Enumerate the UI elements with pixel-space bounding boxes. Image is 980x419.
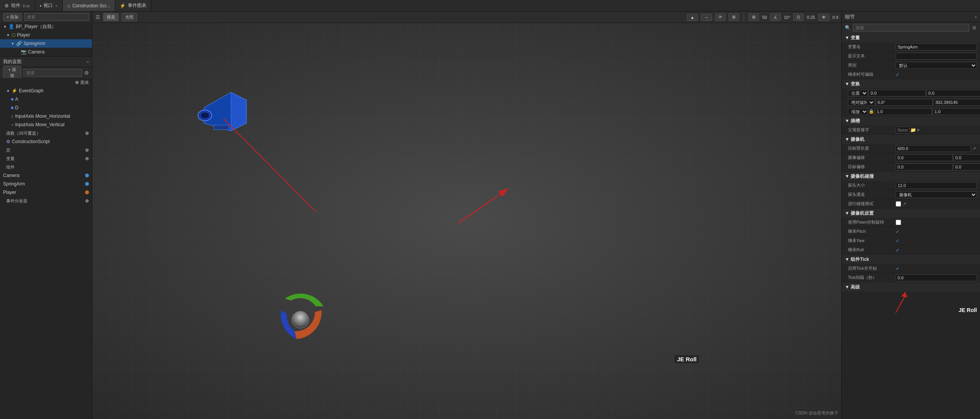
details-search-input[interactable] [853,24,969,32]
scale-tool-button[interactable]: ⊞ [729,13,739,21]
tree-item-camera[interactable]: 📷 Camera [0,48,92,56]
annotation-label: JE Roll [675,355,699,363]
angle-snap-button[interactable]: ∠ [770,13,781,21]
rot-x-input[interactable] [876,99,933,106]
comp-row-player[interactable]: Player [0,188,92,197]
socket-folder-icon[interactable]: 📁 [910,127,916,133]
blueprint-close-btn[interactable]: × [87,60,89,64]
blueprint-search-input[interactable] [23,69,82,77]
lighting-button[interactable]: 光照 [122,13,137,21]
probe-channel-dropdown[interactable]: 摄像机 [896,191,977,198]
camera-settings-header[interactable]: ▼ 摄像机设置 [842,209,980,218]
tab-components[interactable]: ⚙ 组件 true [0,0,35,11]
tree-item-inputaxis-horizontal[interactable]: ○ InputAxis Move_Horizontal [0,112,92,120]
camera-icon: 📷 [21,49,27,55]
tree-item-constructionscript[interactable]: ⚙ ConstructionScript [0,137,92,146]
functions-section-header[interactable]: 函数（26可覆盖） ⊕ [0,129,92,137]
tree-item-bpplayer[interactable]: ▼ 👤 BP_Player（自我） [0,22,92,31]
components-search-input[interactable] [24,13,89,21]
tree-item-springarm[interactable]: ▼ 🔗 SpringArm [0,39,92,48]
inherit-roll-checkbox[interactable] [896,247,900,253]
viewport-canvas[interactable]: CSDN @会思考的猴子 JE Roll [92,23,841,419]
hamburger-icon[interactable]: ☰ [95,14,100,20]
inherit-yaw-checkbox[interactable] [896,238,900,244]
macros-plus-icon[interactable]: ⊕ [85,147,89,153]
target-offset-y[interactable] [953,164,980,170]
add-blueprint-button[interactable]: + 添加 [3,66,21,80]
tree-item-d[interactable]: ■ D [0,103,92,112]
camera-section-header[interactable]: ▼ 摄像机 [842,135,980,144]
select-tool-button[interactable]: ▲ [687,14,698,21]
player-icon: ⬡ [12,32,15,38]
scale-type-dropdown[interactable]: 缩放 [848,108,868,115]
prop-rotation: 绝对旋转 [842,98,980,107]
rotation-type-dropdown[interactable]: 绝对旋转 [848,99,875,106]
tree-item-inputaxis-vertical[interactable]: ○ InputAxis Move_Vertical [0,120,92,129]
perspective-button[interactable]: 视觉 [103,13,119,21]
tick-interval-input[interactable] [896,274,977,281]
socket-none-btn[interactable]: None [896,127,910,134]
pos-y-input[interactable] [926,90,980,97]
scale-lock-icon[interactable]: 🔒 [869,109,874,114]
tab-close-components[interactable]: true [23,3,30,8]
transform-section-header[interactable]: ▼ 变换 [842,79,980,88]
blueprint-settings-icon[interactable]: ⚙ [84,70,89,76]
category-dropdown[interactable]: 默认 [896,62,977,69]
camera-collision-header[interactable]: ▼ 摄像机碰撞 [842,172,980,181]
variable-section-header[interactable]: ▼ 变量 [842,33,980,42]
event-dispatchers-plus-icon[interactable]: ⊕ [85,198,89,204]
enable-tick-checkbox[interactable] [896,266,900,271]
fov-button[interactable]: 👁 [818,14,829,21]
comp-row-camera[interactable]: Camera [0,171,92,180]
position-type-dropdown[interactable]: 位置 [848,90,868,97]
functions-plus-icon[interactable]: ⊕ [85,130,89,136]
collision-extend-btn[interactable]: ↗ [902,201,907,207]
advanced-section-header[interactable]: ▼ 高级 [842,282,980,292]
rot-y-input[interactable] [933,99,980,106]
tab-construction[interactable]: ⌂ Construction Scr... [63,0,115,11]
arm-length-extend-btn[interactable]: ↗ [972,146,977,151]
comp-row-springarm[interactable]: SpringArm [0,180,92,188]
collision-test-checkbox[interactable] [896,201,901,207]
editable-checkbox[interactable] [896,72,900,77]
component-tick-header[interactable]: ▼ 组件Tick [842,255,980,264]
inherit-pitch-checkbox[interactable] [896,229,900,234]
variables-plus-icon[interactable]: ⊕ [85,156,89,161]
rotate-tool-button[interactable]: ⟳ [715,13,725,21]
socket-clear-icon[interactable]: × [917,127,920,133]
arm-length-input[interactable] [896,145,971,152]
scale-y-input[interactable] [933,108,980,115]
target-offset-x[interactable] [896,164,953,170]
camera-3d-object [193,77,254,147]
tree-item-eventgraph[interactable]: ▼ ⚡ EventGraph [0,87,92,95]
tree-item-player[interactable]: ▼ ⬡ Player [0,31,92,39]
details-layout-btn[interactable]: ⊞ [972,25,977,30]
pos-x-input[interactable] [869,90,926,97]
details-close-btn[interactable]: × [975,15,977,19]
pawn-control-checkbox[interactable] [896,220,901,225]
components-sub-header[interactable]: 组件 [0,163,92,171]
tooltip-input[interactable] [896,53,977,60]
add-component-button[interactable]: + 添加 [3,13,22,21]
snap-button[interactable]: ⊞ [749,13,759,21]
variable-name-input[interactable] [896,43,977,50]
socket-section-header[interactable]: ▼ 插槽 [842,116,980,125]
prop-inherit-yaw: 继承Yaw [842,236,980,245]
svg-line-9 [896,295,905,313]
macros-section-header[interactable]: 宏 ⊕ [0,146,92,154]
tab-viewport[interactable]: ▪ 视口 × [35,0,63,11]
event-dispatchers-header[interactable]: 事件分发器 ⊕ [0,197,92,205]
move-tool-button[interactable]: ↔ [701,14,712,21]
graphs-plus-icon[interactable]: ⊕ [75,80,79,85]
scale-x-input[interactable] [875,108,932,115]
angle-label: 10° [784,15,791,20]
cam-offset-y[interactable] [953,154,980,161]
probe-size-input[interactable] [896,182,977,189]
variables-section-header[interactable]: 变量 ⊕ [0,154,92,163]
cam-offset-x[interactable] [896,154,953,161]
scale-snap-button[interactable]: ⊡ [793,13,804,21]
tab-eventgraph[interactable]: ⚡ 事件图表 [115,0,151,11]
tab-close-viewport[interactable]: × [55,3,57,8]
graphs-section-header[interactable]: ⊕ 图表 [0,78,92,87]
tree-item-a[interactable]: ■ A [0,95,92,103]
